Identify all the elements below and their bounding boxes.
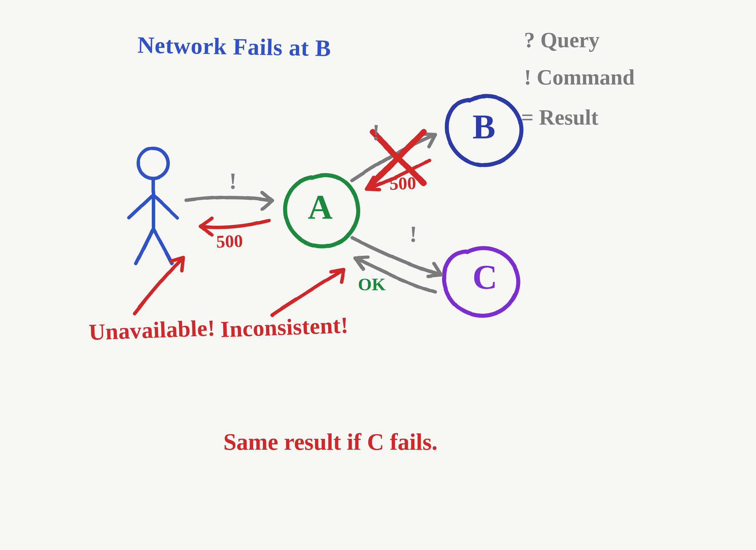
- user-icon: [129, 148, 178, 263]
- arrow-a-to-c: [352, 238, 441, 277]
- annotation-inconsistent: Inconsistent!: [220, 313, 349, 342]
- resp-client-500: 500: [216, 231, 243, 251]
- failure-x: [372, 132, 424, 183]
- arrow-c-to-a-ok: [355, 257, 435, 292]
- node-a-label: A: [308, 189, 333, 225]
- resp-b-500: 500: [389, 173, 416, 193]
- legend-command: ! Command: [524, 66, 635, 89]
- node-b-label: B: [473, 109, 495, 145]
- pointer-inconsistent: [272, 269, 344, 315]
- mark-a-to-c: !: [409, 222, 417, 246]
- node-a-circle: [285, 175, 358, 246]
- resp-c-ok: OK: [358, 275, 385, 294]
- arrow-a-to-b: [352, 134, 435, 180]
- legend-result: = Result: [521, 106, 598, 129]
- mark-client-to-a: !: [229, 169, 237, 193]
- diagram-canvas: Network Fails at B ? Query ! Command = R…: [0, 0, 756, 550]
- arrow-b-to-a-500: [367, 160, 430, 190]
- arrow-a-to-client-500: [200, 218, 269, 235]
- node-b-circle: [447, 96, 521, 165]
- mark-a-to-b: !: [372, 120, 380, 144]
- annotation-footer: Same result if C fails.: [223, 430, 438, 454]
- arrow-client-to-a: [186, 192, 272, 209]
- diagram-title: Network Fails at B: [137, 33, 331, 61]
- pointer-unavailable: [135, 258, 183, 314]
- node-c-label: C: [473, 259, 497, 295]
- ink-layer: [0, 0, 756, 550]
- node-c-circle: [444, 248, 519, 316]
- legend-query: ? Query: [524, 29, 600, 52]
- svg-point-0: [138, 148, 168, 178]
- annotation-unavailable: Unavailable!: [88, 316, 216, 344]
